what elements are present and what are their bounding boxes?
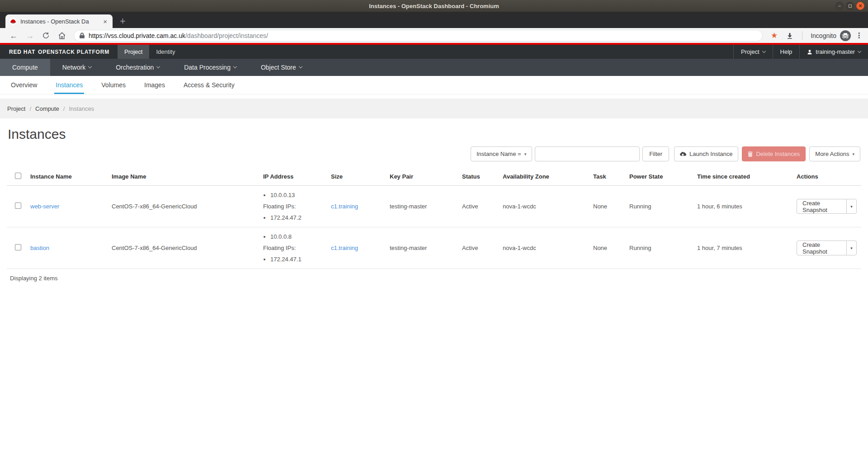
availability-zone-cell: nova-1-wcdc <box>498 227 589 269</box>
status-cell: Active <box>458 227 498 269</box>
filter-button[interactable]: Filter <box>642 146 669 161</box>
user-icon <box>807 49 812 55</box>
reload-icon[interactable] <box>42 32 50 39</box>
home-icon[interactable] <box>58 32 66 40</box>
col-task: Task <box>589 168 625 186</box>
breadcrumb-compute[interactable]: Compute <box>35 105 59 112</box>
nav-item-orchestration[interactable]: Orchestration <box>104 59 172 76</box>
chevron-down-icon <box>299 65 302 68</box>
instance-name-link[interactable]: web-server <box>30 203 59 210</box>
breadcrumb-instances: Instances <box>69 105 94 112</box>
tab-title: Instances - OpenStack Da <box>20 18 102 25</box>
col-power-state: Power State <box>625 168 693 186</box>
toolbar-separator <box>802 31 802 40</box>
header-tab-identity[interactable]: Identity <box>149 45 182 59</box>
status-cell: Active <box>458 186 498 227</box>
url-bar[interactable]: https://vss.cloud.private.cam.ac.uk/dash… <box>74 30 763 42</box>
flavor-link[interactable]: c1.training <box>331 245 358 251</box>
image-name-cell: CentOS-7-x86_64-GenericCloud <box>107 186 259 227</box>
forward-icon[interactable]: → <box>26 32 34 40</box>
more-actions-button[interactable]: More Actions▾ <box>809 146 860 161</box>
brand-logo: RED HAT OPENSTACK PLATFORM <box>0 45 118 59</box>
browser-tab[interactable]: Instances - OpenStack Da × <box>5 14 113 28</box>
instance-name-link[interactable]: bastion <box>30 245 49 251</box>
table-footer: Displaying 2 items <box>7 269 861 282</box>
select-all-checkbox[interactable] <box>15 173 21 179</box>
table-actions: Instance Name =▾ Filter Launch Instance … <box>7 146 860 161</box>
table-row: bastion CentOS-7-x86_64-GenericCloud 10.… <box>7 227 861 269</box>
filter-search-input[interactable] <box>535 146 640 161</box>
tab-overview[interactable]: Overview <box>11 76 37 94</box>
nav-item-network[interactable]: Network <box>50 59 104 76</box>
filter-field-dropdown[interactable]: Instance Name =▾ <box>471 146 532 161</box>
url-text: https://vss.cloud.private.cam.ac.uk/dash… <box>89 32 268 39</box>
new-tab-button[interactable]: + <box>120 17 126 26</box>
time-since-created-cell: 1 hour, 7 minutes <box>693 227 792 269</box>
chevron-down-icon <box>858 49 861 52</box>
browser-tabstrip: Instances - OpenStack Da × + <box>0 12 868 28</box>
incognito-label: Incognito <box>811 32 836 39</box>
col-instance-name[interactable]: Instance Name <box>26 168 107 186</box>
bookmark-star-icon[interactable]: ★ <box>771 31 778 40</box>
power-state-cell: Running <box>625 186 693 227</box>
task-cell: None <box>589 227 625 269</box>
nav-item-object-store[interactable]: Object Store <box>249 59 314 76</box>
window-title: Instances - OpenStack Dashboard - Chromi… <box>369 3 499 9</box>
tab-images[interactable]: Images <box>144 76 165 94</box>
tab-volumes[interactable]: Volumes <box>101 76 126 94</box>
row-actions: Create Snapshot ▾ <box>797 240 857 255</box>
col-key-pair: Key Pair <box>385 168 458 186</box>
col-availability-zone[interactable]: Availability Zone <box>498 168 589 186</box>
browser-toolbar: ← → https://vss.cloud.private.cam.ac.uk/… <box>0 28 868 43</box>
row-actions-dropdown[interactable]: ▾ <box>846 240 857 255</box>
maximize-icon[interactable] <box>846 2 854 10</box>
time-since-created-cell: 1 hour, 6 minutes <box>693 186 792 227</box>
project-dropdown[interactable]: Project <box>733 45 772 59</box>
power-state-cell: Running <box>625 227 693 269</box>
menu-kebab-icon[interactable]: ⋮ <box>855 31 863 40</box>
col-status[interactable]: Status <box>458 168 498 186</box>
create-snapshot-button[interactable]: Create Snapshot <box>797 240 847 255</box>
col-time-since-created: Time since created <box>693 168 792 186</box>
col-ip-address: IP Address <box>259 168 326 186</box>
incognito-badge-icon <box>840 30 851 41</box>
header-right: Project Help training-master <box>733 45 868 59</box>
launch-instance-button[interactable]: Launch Instance <box>674 146 738 161</box>
select-row-checkbox[interactable] <box>15 244 21 250</box>
key-pair-cell: testing-master <box>385 227 458 269</box>
user-dropdown[interactable]: training-master <box>799 45 868 59</box>
url-path: /dashboard/project/instances/ <box>185 32 268 39</box>
tab-access-security[interactable]: Access & Security <box>184 76 235 94</box>
tab-instances[interactable]: Instances <box>56 76 83 94</box>
col-image-name[interactable]: Image Name <box>107 168 259 186</box>
lock-icon <box>80 33 85 38</box>
redhat-favicon-icon <box>9 18 17 25</box>
select-row-checkbox[interactable] <box>15 203 21 209</box>
header-tab-project[interactable]: Project <box>118 45 149 59</box>
col-size[interactable]: Size <box>326 168 385 186</box>
row-actions-dropdown[interactable]: ▾ <box>846 199 857 214</box>
download-icon[interactable] <box>786 32 794 40</box>
key-pair-cell: testing-master <box>385 186 458 227</box>
window-titlebar: Instances - OpenStack Dashboard - Chromi… <box>0 0 868 12</box>
flavor-link[interactable]: c1.training <box>331 203 358 210</box>
chevron-down-icon <box>762 49 765 52</box>
caret-down-icon: ▾ <box>852 152 854 156</box>
horizon-header: RED HAT OPENSTACK PLATFORM Project Ident… <box>0 45 868 59</box>
minimize-icon[interactable]: − <box>835 2 844 10</box>
back-icon[interactable]: ← <box>9 32 18 40</box>
chevron-down-icon <box>156 65 160 68</box>
breadcrumb-project[interactable]: Project <box>7 105 25 112</box>
caret-down-icon: ▾ <box>524 152 527 156</box>
create-snapshot-button[interactable]: Create Snapshot <box>797 199 847 214</box>
nav-item-compute[interactable]: Compute <box>0 59 50 76</box>
task-cell: None <box>589 186 625 227</box>
row-actions: Create Snapshot ▾ <box>797 199 857 214</box>
delete-instances-button[interactable]: Delete Instances <box>742 146 806 161</box>
tab-close-icon[interactable]: × <box>102 18 108 25</box>
nav-item-data-processing[interactable]: Data Processing <box>172 59 249 76</box>
close-icon[interactable]: × <box>856 2 864 10</box>
page-title: Instances <box>8 127 861 142</box>
help-link[interactable]: Help <box>773 45 800 59</box>
table-header-row: Instance Name Image Name IP Address Size… <box>7 168 861 186</box>
